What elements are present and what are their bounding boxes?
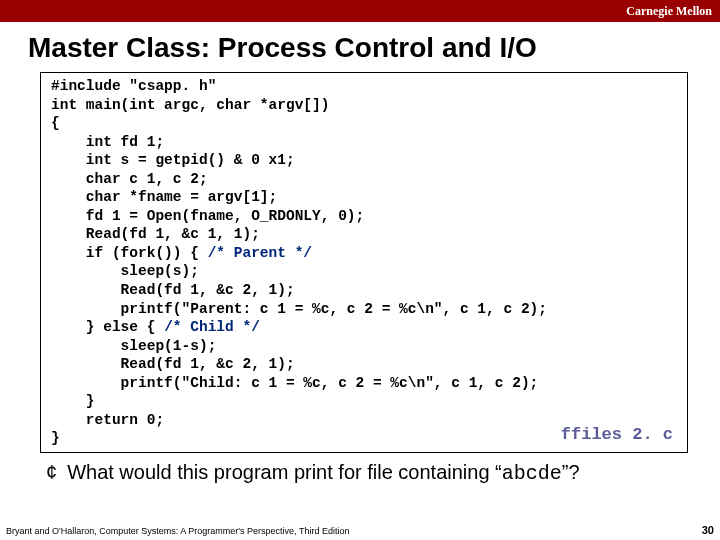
page-number: 30 bbox=[702, 524, 714, 536]
code-line: int main(int argc, char *argv[]) bbox=[51, 96, 677, 115]
code-line: { bbox=[51, 114, 677, 133]
code-line: sleep(s); bbox=[51, 262, 677, 281]
bullet-marker-icon: ¢ bbox=[46, 461, 57, 484]
code-line: int fd 1; bbox=[51, 133, 677, 152]
code-line: char c 1, c 2; bbox=[51, 170, 677, 189]
source-filename: ffiles 2. c bbox=[561, 424, 673, 446]
code-line: int s = getpid() & 0 x1; bbox=[51, 151, 677, 170]
code-line: sleep(1-s); bbox=[51, 337, 677, 356]
code-line: Read(fd 1, &c 1, 1); bbox=[51, 225, 677, 244]
inline-code: abcde bbox=[502, 462, 562, 485]
code-line: Read(fd 1, &c 2, 1); bbox=[51, 281, 677, 300]
code-line: printf("Child: c 1 = %c, c 2 = %c\n", c … bbox=[51, 374, 677, 393]
code-line: if (fork()) { /* Parent */ bbox=[51, 244, 677, 263]
code-line: } bbox=[51, 392, 677, 411]
bullet-text: What would this program print for file c… bbox=[67, 461, 579, 485]
code-box: #include "csapp. h" int main(int argc, c… bbox=[40, 72, 688, 453]
footer: Bryant and O'Hallaron, Computer Systems:… bbox=[6, 524, 714, 536]
code-comment: /* Child */ bbox=[164, 319, 260, 335]
code-line: } else { /* Child */ bbox=[51, 318, 677, 337]
footer-citation: Bryant and O'Hallaron, Computer Systems:… bbox=[6, 526, 349, 536]
code-line: Read(fd 1, &c 2, 1); bbox=[51, 355, 677, 374]
code-line: fd 1 = Open(fname, O_RDONLY, 0); bbox=[51, 207, 677, 226]
code-line: #include "csapp. h" bbox=[51, 77, 677, 96]
header-bar: Carnegie Mellon bbox=[0, 0, 720, 22]
code-line: char *fname = argv[1]; bbox=[51, 188, 677, 207]
bullet-row: ¢ What would this program print for file… bbox=[46, 461, 692, 485]
code-comment: /* Parent */ bbox=[208, 245, 312, 261]
brand-label: Carnegie Mellon bbox=[626, 4, 712, 19]
code-line: printf("Parent: c 1 = %c, c 2 = %c\n", c… bbox=[51, 300, 677, 319]
slide-title: Master Class: Process Control and I/O bbox=[28, 32, 720, 64]
